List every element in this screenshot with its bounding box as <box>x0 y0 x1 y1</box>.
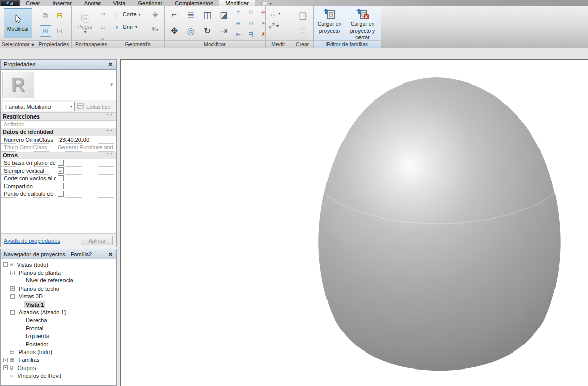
property-value[interactable] <box>56 121 116 128</box>
connector-icon[interactable]: %▾ <box>150 24 161 35</box>
panel-modificar: ⌐ ✥ ≣ ◎ ◫ ↻ ◪ ⇥ ⌗ ⊞ ⇤ <box>165 6 266 48</box>
property-value[interactable]: ✓ <box>56 167 116 174</box>
create-similar-icon[interactable]: ⬚ <box>298 26 307 34</box>
collapse-expander-icon[interactable]: - <box>10 294 15 299</box>
checkbox-unchecked[interactable] <box>58 160 64 166</box>
tree-item-izquierda[interactable]: Izquierda <box>1 332 116 340</box>
tree-item-vista-1[interactable]: Vista 1 <box>1 300 116 308</box>
move-icon[interactable]: ✥ <box>168 24 181 38</box>
tree-item-derecha[interactable]: Derecha <box>1 316 116 324</box>
project-browser-titlebar[interactable]: Navegador de proyectos - Familia2 ✕ <box>1 249 116 259</box>
split-element-icon[interactable]: ⌗ <box>234 8 243 16</box>
application-menu-button[interactable]: ◤◢ <box>0 0 20 6</box>
ribbon: Modificar Seleccionar ▾ ⧉ ⊟ ⊞ ⊟ Propieda… <box>0 6 588 48</box>
property-section-header[interactable]: Datos de identidad⌃⌃ <box>1 128 116 136</box>
expand-expander-icon[interactable]: + <box>3 365 8 370</box>
properties-help-link[interactable]: Ayuda de propiedades <box>4 238 60 244</box>
measure-between-refs-button[interactable]: ↔ ▾ <box>269 9 289 18</box>
split-with-gap-icon[interactable]: ⌻ <box>246 8 255 16</box>
properties-close-icon[interactable]: ✕ <box>108 61 113 68</box>
tree-item-grupos[interactable]: +⧉Grupos <box>1 364 116 372</box>
rotate-icon[interactable]: ↻ <box>201 24 214 38</box>
align-icon[interactable]: ⌐ <box>168 8 181 22</box>
expand-expander-icon[interactable]: + <box>10 286 15 291</box>
checkbox-checked[interactable]: ✓ <box>58 167 64 174</box>
collapse-expander-icon[interactable]: - <box>3 262 8 267</box>
trim-extend-single-icon[interactable]: ⇤ <box>234 30 243 38</box>
tree-item-planos-todo-[interactable]: ▤Planos (todo) <box>1 348 116 356</box>
project-browser-close-icon[interactable]: ✕ <box>108 251 113 258</box>
copy-elements-icon[interactable]: ◎ <box>184 24 198 38</box>
checkbox-unchecked[interactable] <box>58 191 64 197</box>
type-selector-dropdown-icon[interactable]: ▾ <box>110 82 113 87</box>
panel-label-seleccionar[interactable]: Seleccionar ▾ <box>0 40 36 48</box>
drawing-area-3d-view[interactable] <box>120 59 588 386</box>
family-category-icon[interactable]: ⊟ <box>54 10 66 21</box>
tree-item-vistas-3d[interactable]: -Vistas 3D <box>1 293 116 300</box>
expand-expander-icon[interactable]: + <box>3 358 8 362</box>
family-type-combobox[interactable]: Familia: Mobiliario ▾ <box>3 102 75 111</box>
tree-item-alzados-alzado-1-[interactable]: -Alzados (Alzado 1) <box>1 308 116 316</box>
visibility-settings-icon[interactable]: ⊟ <box>54 25 66 37</box>
trim-extend-corner-icon[interactable]: ⇥ <box>217 24 231 38</box>
copy-icon[interactable]: ❐ <box>97 21 109 32</box>
checkbox-unchecked[interactable] <box>58 175 64 181</box>
ribbon-tabs: CrearInsertarAnotarVistaGestionarComplem… <box>20 0 255 6</box>
section-collapse-icon[interactable]: ⌃⌃ <box>106 153 116 158</box>
ribbon-tab-complementos[interactable]: Complementos <box>169 0 219 6</box>
tree-item-frontal[interactable]: Frontal <box>1 324 116 332</box>
tree-item-planos-de-planta[interactable]: -Planos de planta <box>1 268 116 276</box>
ribbon-minimize-button[interactable]: ▾ <box>258 0 275 6</box>
tree-item-v-nculos-de-revit[interactable]: ∞Vínculos de Revit <box>1 372 116 379</box>
ribbon-tab-crear[interactable]: Crear <box>20 0 46 6</box>
ribbon-tab-gestionar[interactable]: Gestionar <box>132 0 169 6</box>
panel-label-geometria: Geometría <box>111 40 164 48</box>
collapse-expander-icon[interactable]: - <box>10 310 15 315</box>
scale-icon[interactable]: ⊡ <box>246 19 255 27</box>
property-section-header[interactable]: Otros⌃⌃ <box>1 152 116 159</box>
edit-type-button[interactable]: Editar tipo <box>77 102 114 111</box>
tree-item-nivel-de-referencia[interactable]: Nivel de referencia <box>1 277 116 284</box>
measure-along-element-button[interactable]: ⤢ ▾ <box>269 21 289 30</box>
property-value[interactable] <box>56 159 116 166</box>
modify-tool-button[interactable]: Modificar <box>4 8 32 38</box>
array-icon[interactable]: ⊞ <box>234 19 243 27</box>
ribbon-tab-anotar[interactable]: Anotar <box>78 0 107 6</box>
trim-extend-multiple-icon[interactable]: ⇶ <box>246 30 255 38</box>
ribbon-tab-vista[interactable]: Vista <box>107 0 132 6</box>
create-group-icon[interactable]: ❏ <box>296 9 309 23</box>
tree-item-label: Izquierda <box>24 333 51 339</box>
omniclass-number-input[interactable]: 23.40.20.00 <box>58 137 115 143</box>
mirror-draw-axis-icon[interactable]: ◪ <box>217 8 231 22</box>
property-value[interactable] <box>56 190 116 197</box>
property-section-header[interactable]: Restricciones⌃⌃ <box>1 113 116 121</box>
egg-solid-model[interactable] <box>121 60 588 386</box>
ribbon-tab-modificar[interactable]: Modificar <box>219 0 255 6</box>
load-into-project-button[interactable]: Cargar en proyecto <box>314 6 346 40</box>
offset-icon[interactable]: ≣ <box>184 8 198 22</box>
section-collapse-icon[interactable]: ⌃⌃ <box>106 114 116 119</box>
mirror-pick-axis-icon[interactable]: ◫ <box>201 8 214 22</box>
tree-item-planos-de-techo[interactable]: +Planos de techo <box>1 284 116 292</box>
load-into-project-and-close-button[interactable]: Cargar en proyecto y cerrar <box>346 6 380 40</box>
property-value[interactable] <box>56 182 116 190</box>
apply-button[interactable]: Aplicar <box>81 236 113 245</box>
paste-button[interactable]: ⎘ Pegar ▾ <box>75 8 95 38</box>
properties-panel-titlebar[interactable]: Propiedades ✕ <box>1 60 116 70</box>
cut-icon[interactable]: ✂ <box>97 8 109 20</box>
tree-item-posterior[interactable]: Posterior <box>1 340 116 348</box>
family-types-icon[interactable]: ⊞ <box>40 25 51 37</box>
solid-cube-icon[interactable]: ⬙ <box>150 8 161 20</box>
section-collapse-icon[interactable]: ⌃⌃ <box>106 129 116 135</box>
type-selector-preview[interactable]: R ▾ <box>1 70 116 100</box>
property-label: Número OmniClass <box>1 136 56 143</box>
property-value[interactable]: General Furniture and ... <box>56 144 116 151</box>
ribbon-tab-insertar[interactable]: Insertar <box>46 0 78 6</box>
property-value[interactable] <box>56 175 116 182</box>
collapse-expander-icon[interactable]: - <box>10 271 15 275</box>
properties-palette-icon[interactable]: ⧉ <box>40 10 51 21</box>
tree-item-vistas-todo-[interactable]: -⧈Vistas (todo) <box>1 261 116 268</box>
tree-item-familias[interactable]: +▦Familias <box>1 356 116 364</box>
property-value[interactable]: 23.40.20.00 <box>56 136 116 143</box>
checkbox-unchecked[interactable] <box>58 183 64 189</box>
